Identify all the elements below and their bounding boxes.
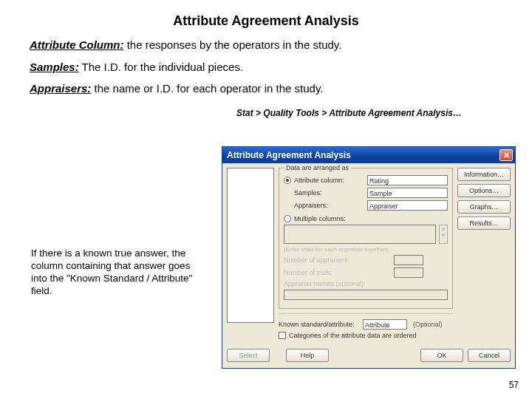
- lbl-num-appraisers: Number of appraisers:: [284, 256, 391, 264]
- ok-button[interactable]: OK: [420, 349, 463, 362]
- text-appraisers: the name or I.D. for each operator in th…: [91, 82, 323, 95]
- dialog-attribute-agreement: Attribute Agreement Analysis ✕ Data are …: [222, 146, 516, 369]
- dialog-title: Attribute Agreement Analysis: [227, 150, 351, 160]
- graphs-button[interactable]: Graphs…: [457, 200, 511, 214]
- results-button[interactable]: Results…: [457, 216, 511, 230]
- scroll-icon: ▲▼: [439, 225, 448, 244]
- lbl-known-standard: Known standard/attribute:: [279, 321, 360, 328]
- help-button[interactable]: Help: [286, 349, 329, 362]
- hint-trials: (Enter trials for each appraiser togethe…: [284, 246, 389, 253]
- lbl-num-trials: Number of trials:: [284, 269, 391, 276]
- input-known-standard[interactable]: Attribute: [363, 319, 407, 330]
- titlebar[interactable]: Attribute Agreement Analysis ✕: [222, 147, 515, 163]
- page-number: 57: [509, 380, 519, 390]
- lbl-optional: (Optional): [413, 321, 443, 328]
- lbl-appraisers: Appraisers:: [294, 202, 364, 209]
- group-title: Data are arranged as: [284, 164, 351, 171]
- radio-attribute-column[interactable]: [284, 177, 291, 184]
- radio-multiple-columns[interactable]: [284, 215, 291, 222]
- slide-title: Attribute Agreement Analysis: [0, 0, 532, 29]
- information-button[interactable]: Information…: [457, 168, 511, 181]
- term-attribute: Attribute Column:: [30, 38, 123, 51]
- input-samples[interactable]: Sample: [367, 188, 448, 198]
- definitions: Attribute Column: the responses by the o…: [0, 29, 532, 108]
- variable-listbox[interactable]: [227, 168, 274, 323]
- cancel-button[interactable]: Cancel: [468, 349, 511, 362]
- close-icon[interactable]: ✕: [499, 149, 513, 161]
- menu-path: Stat > Quality Tools > Attribute Agreeme…: [236, 108, 532, 118]
- term-samples: Samples:: [30, 61, 79, 73]
- lbl-ordered: Categories of the attribute data are ord…: [289, 332, 417, 339]
- options-button[interactable]: Options…: [457, 184, 511, 197]
- input-num-trials[interactable]: [394, 267, 423, 278]
- input-appraisers[interactable]: Appraiser: [367, 200, 448, 211]
- def-appraisers: Appraisers: the name or I.D. for each op…: [30, 81, 502, 96]
- lbl-multiple-columns: Multiple columns:: [294, 215, 364, 222]
- input-num-appraisers[interactable]: [394, 255, 423, 265]
- term-appraisers: Appraisers:: [30, 82, 91, 95]
- def-attribute: Attribute Column: the responses by the o…: [30, 38, 502, 52]
- group-data-arranged: Data are arranged as Attribute column: R…: [279, 168, 453, 309]
- input-multiple-columns[interactable]: [284, 225, 436, 244]
- input-attribute-column[interactable]: Rating: [367, 175, 448, 185]
- lbl-samples: Samples:: [294, 189, 364, 197]
- text-attribute: the responses by the operators in the st…: [123, 38, 341, 51]
- lbl-attribute-column: Attribute column:: [294, 177, 364, 184]
- select-button[interactable]: Select: [227, 349, 270, 362]
- known-standard-note: If there is a known true answer, the col…: [31, 248, 201, 298]
- checkbox-ordered[interactable]: [279, 332, 286, 339]
- input-appraiser-names[interactable]: [284, 290, 448, 300]
- def-samples: Samples: The I.D. for the individual pie…: [30, 60, 502, 75]
- lbl-appraiser-names: Appraiser names (optional):: [284, 280, 391, 287]
- text-samples: The I.D. for the individual pieces.: [79, 61, 243, 73]
